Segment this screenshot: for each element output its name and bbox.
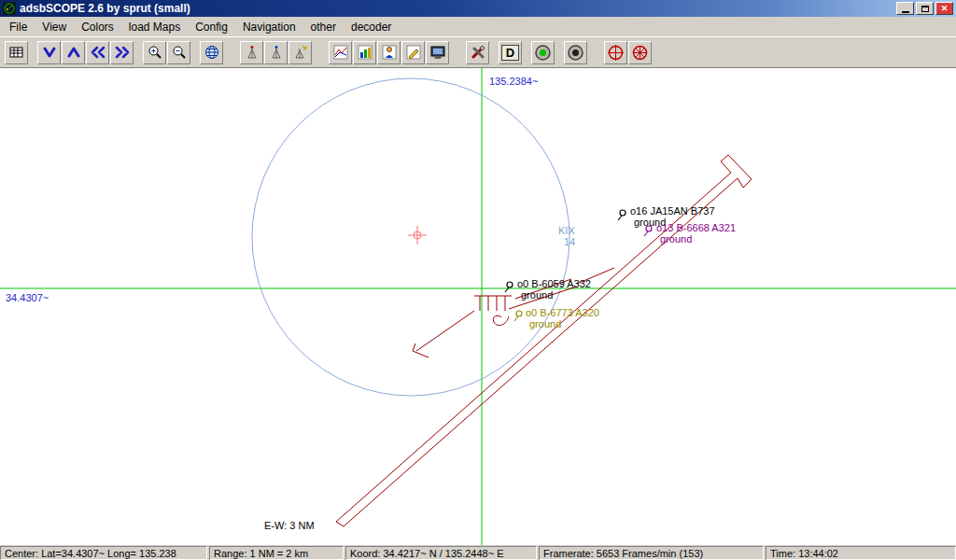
- decoder-run-button[interactable]: D: [499, 41, 522, 64]
- arrow-down-icon: [42, 45, 57, 60]
- arrow-left-icon: [91, 45, 105, 60]
- chart-lines-button[interactable]: [329, 41, 352, 64]
- title-bar: adsbSCOPE 2.6 by sprut (small) ✕: [0, 0, 956, 17]
- zoom-in-icon: [148, 45, 162, 60]
- antenna-icon-2: [269, 45, 284, 60]
- latitude-label: 34.4307~: [6, 292, 49, 303]
- monitor-button[interactable]: [426, 41, 449, 64]
- window-title: adsbSCOPE 2.6 by sprut (small): [20, 2, 894, 15]
- radar-map-area[interactable]: o16 JA15AN B737 ground o13 B-6668 A321 g…: [0, 68, 956, 545]
- radar-map[interactable]: o16 JA15AN B737 ground o13 B-6668 A321 g…: [0, 68, 956, 545]
- decoder-run-icon: D: [501, 45, 519, 61]
- tools-icon: [471, 45, 485, 60]
- table-button[interactable]: [5, 41, 28, 64]
- aircraft-sublabel: ground: [660, 233, 692, 245]
- status-bar: Center: Lat=34.4307~ Long= 135.238 Range…: [0, 545, 956, 560]
- status-range: Range: 1 NM = 2 km: [209, 546, 344, 560]
- antenna-button-2[interactable]: [264, 41, 288, 64]
- person-chart-icon: [382, 45, 397, 60]
- person-chart-button[interactable]: [377, 41, 401, 64]
- maximize-icon: [921, 6, 929, 12]
- monitor-icon: [430, 45, 445, 60]
- globe-icon: [204, 45, 219, 60]
- aircraft-symbol[interactable]: [618, 210, 626, 220]
- aircraft-label[interactable]: o0 B-6059 A332: [517, 278, 591, 289]
- pan-left-button[interactable]: [86, 41, 109, 64]
- aircraft-label[interactable]: o0 B-6773 A320: [526, 307, 599, 318]
- pan-up-button[interactable]: [62, 41, 85, 64]
- status-koord: Koord: 34.4217~ N / 135.2448~ E: [345, 546, 537, 560]
- led-green-button[interactable]: [531, 41, 555, 64]
- red-crosshair-icon: [607, 44, 625, 62]
- center-marker: [408, 226, 427, 245]
- app-icon: [3, 2, 16, 15]
- menu-decoder[interactable]: decoder: [344, 18, 399, 36]
- minimize-icon: [902, 11, 909, 13]
- arrow-right-icon: [115, 45, 130, 60]
- aircraft-symbol[interactable]: [514, 311, 522, 321]
- edit-chart-button[interactable]: [401, 41, 425, 64]
- arrow-up-icon: [66, 45, 81, 60]
- menu-other[interactable]: other: [303, 18, 344, 36]
- menu-bar: File View Colors load Maps Config Naviga…: [0, 17, 956, 36]
- aircraft-label[interactable]: o13 B-6668 A321: [656, 222, 736, 233]
- antenna-icon-1: [245, 45, 260, 60]
- led-dark-button[interactable]: [564, 41, 587, 64]
- status-center: Center: Lat=34.4307~ Long= 135.238: [0, 546, 207, 560]
- menu-colors[interactable]: Colors: [74, 18, 121, 36]
- menu-view[interactable]: View: [35, 18, 74, 36]
- toolbar: D: [0, 36, 956, 68]
- range-ring: [252, 78, 569, 396]
- world-map-button[interactable]: [200, 41, 223, 64]
- airport-runway-label: 14: [564, 236, 575, 247]
- aircraft-sublabel: ground: [529, 318, 561, 329]
- aircraft-label[interactable]: o16 JA15AN B737: [630, 205, 715, 217]
- status-time: Time: 13:44:02: [766, 546, 956, 560]
- table-icon: [9, 45, 24, 60]
- close-icon: ✕: [941, 5, 949, 13]
- menu-load-maps[interactable]: load Maps: [121, 18, 188, 36]
- airport-name-label: KIX: [558, 225, 575, 236]
- aircraft-symbol[interactable]: [505, 282, 513, 292]
- chart-bars-icon: [358, 45, 373, 60]
- zoom-in-button[interactable]: [143, 41, 166, 64]
- longitude-label: 135.2384~: [489, 76, 538, 87]
- tools-button[interactable]: [466, 41, 489, 64]
- minimize-button[interactable]: [896, 2, 914, 15]
- led-green-icon: [534, 44, 552, 62]
- red-asterisk-button[interactable]: [628, 41, 652, 64]
- menu-navigation[interactable]: Navigation: [235, 18, 303, 36]
- scale-label: E-W: 3 NM: [264, 520, 315, 531]
- chart-bars-button[interactable]: [353, 41, 376, 64]
- maximize-button[interactable]: [916, 2, 934, 15]
- menu-file[interactable]: File: [2, 18, 35, 36]
- pan-down-button[interactable]: [37, 41, 61, 64]
- zoom-out-icon: [172, 45, 187, 60]
- close-button[interactable]: ✕: [935, 2, 953, 15]
- status-framerate: Framerate: 5653 Frames/min (153): [539, 546, 764, 560]
- red-crosshair-button[interactable]: [604, 41, 627, 64]
- red-asterisk-icon: [631, 44, 649, 62]
- led-dark-icon: [567, 44, 584, 62]
- pan-right-button[interactable]: [110, 41, 134, 64]
- antenna-button-1[interactable]: [240, 41, 263, 64]
- chart-lines-icon: [333, 45, 348, 60]
- antenna-button-3[interactable]: [288, 41, 312, 64]
- zoom-out-button[interactable]: [167, 41, 190, 64]
- menu-config[interactable]: Config: [188, 18, 235, 36]
- antenna-icon-3: [293, 45, 308, 60]
- edit-chart-icon: [406, 45, 421, 60]
- aircraft-sublabel: ground: [521, 289, 553, 301]
